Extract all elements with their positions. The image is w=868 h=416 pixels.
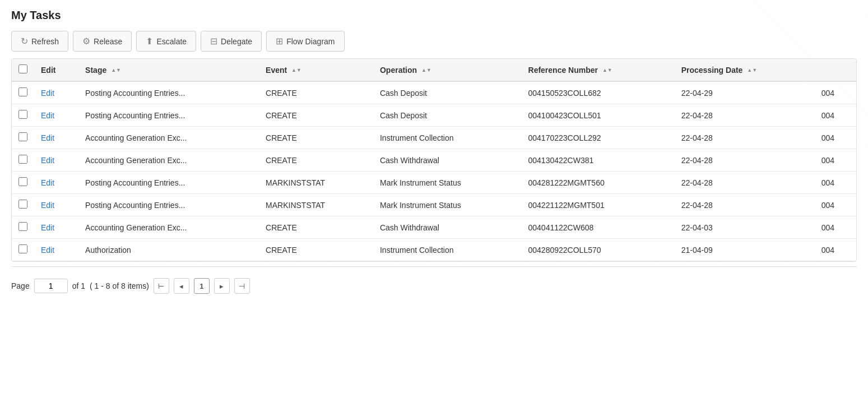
delegate-button[interactable]: ⊟ Delegate [201, 31, 262, 52]
escalate-label: Escalate [156, 37, 187, 46]
edit-link-5[interactable]: Edit [41, 201, 54, 210]
escalate-button[interactable]: ⬆ Escalate [136, 31, 196, 52]
row-checkbox-5[interactable] [18, 200, 27, 209]
escalate-icon: ⬆ [146, 36, 153, 47]
edit-link-3[interactable]: Edit [41, 156, 54, 165]
next-page-button[interactable]: ▸ [214, 278, 230, 294]
row-checkbox-0[interactable] [18, 87, 27, 96]
table-row: EditPosting Accounting Entries...MARKINS… [12, 172, 856, 194]
row-stage: Posting Accounting Entries... [78, 104, 259, 127]
row-checkbox-cell [12, 127, 34, 149]
row-event: CREATE [259, 104, 373, 127]
delegate-icon: ⊟ [210, 36, 217, 47]
row-checkbox-cell [12, 149, 34, 172]
select-all-checkbox[interactable] [18, 64, 27, 73]
col-header-event[interactable]: Event ▲▼ [259, 59, 373, 81]
row-processing-date: 22-04-28 [675, 172, 815, 194]
release-label: Release [94, 37, 122, 46]
edit-link-1[interactable]: Edit [41, 111, 54, 120]
refresh-icon: ↻ [21, 36, 28, 47]
row-reference-number: 004281222MGMT560 [522, 172, 675, 194]
col-header-operation[interactable]: Operation ▲▼ [373, 59, 522, 81]
operation-sort-icon: ▲▼ [421, 68, 431, 73]
table-row: EditAccounting Generation Exc...CREATEIn… [12, 127, 856, 149]
col-header-stage[interactable]: Stage ▲▼ [78, 59, 259, 81]
row-reference-number: 004150523COLL682 [522, 81, 675, 104]
date-sort-icon: ▲▼ [747, 68, 757, 73]
row-edit-cell: Edit [34, 81, 78, 104]
row-edit-cell: Edit [34, 216, 78, 239]
row-processing-date: 22-04-28 [675, 194, 815, 216]
row-reference-number: 004280922COLL570 [522, 239, 675, 261]
tasks-table: Edit Stage ▲▼ Event ▲▼ Operation ▲▼ [12, 59, 856, 261]
edit-link-4[interactable]: Edit [41, 178, 54, 187]
release-button[interactable]: ⚙ Release [73, 31, 132, 52]
col-header-edit: Edit [34, 59, 78, 81]
edit-link-0[interactable]: Edit [41, 89, 54, 98]
release-icon: ⚙ [82, 36, 90, 47]
table-header-row: Edit Stage ▲▼ Event ▲▼ Operation ▲▼ [12, 59, 856, 81]
row-edit-cell: Edit [34, 239, 78, 261]
row-extra: 004 [815, 194, 856, 216]
row-checkbox-cell [12, 104, 34, 127]
prev-page-button[interactable]: ◂ [174, 278, 189, 294]
row-event: CREATE [259, 239, 373, 261]
row-processing-date: 22-04-03 [675, 216, 815, 239]
first-page-button[interactable]: ⊢ [154, 278, 169, 294]
row-checkbox-6[interactable] [18, 222, 27, 231]
edit-link-7[interactable]: Edit [41, 246, 54, 255]
row-extra: 004 [815, 149, 856, 172]
table-row: EditPosting Accounting Entries...CREATEC… [12, 104, 856, 127]
row-reference-number: 004041122CW608 [522, 216, 675, 239]
edit-link-2[interactable]: Edit [41, 133, 54, 142]
row-processing-date: 22-04-28 [675, 149, 815, 172]
row-checkbox-7[interactable] [18, 244, 27, 253]
row-reference-number: 004221122MGMT501 [522, 194, 675, 216]
flow-diagram-icon: ⊞ [276, 36, 283, 47]
table-row: EditPosting Accounting Entries...CREATEC… [12, 81, 856, 104]
pagination-divider [11, 266, 857, 267]
table-row: EditAccounting Generation Exc...CREATECa… [12, 216, 856, 239]
row-stage: Accounting Generation Exc... [78, 127, 259, 149]
event-sort-icon: ▲▼ [291, 68, 301, 73]
row-stage: Posting Accounting Entries... [78, 81, 259, 104]
page-label: Page [11, 281, 30, 290]
row-operation: Cash Withdrawal [373, 216, 522, 239]
tasks-table-container: Edit Stage ▲▼ Event ▲▼ Operation ▲▼ [11, 58, 857, 262]
row-operation: Cash Deposit [373, 81, 522, 104]
refresh-label: Refresh [31, 37, 59, 46]
table-row: EditAccounting Generation Exc...CREATECa… [12, 149, 856, 172]
col-header-reference-number[interactable]: Reference Number ▲▼ [522, 59, 675, 81]
row-extra: 004 [815, 81, 856, 104]
current-page-button[interactable]: 1 [194, 278, 210, 294]
row-extra: 004 [815, 127, 856, 149]
pagination-bar: Page of 1 ( 1 - 8 of 8 items) ⊢ ◂ 1 ▸ ⊣ [11, 271, 857, 296]
last-page-button[interactable]: ⊣ [234, 278, 250, 294]
flow-diagram-button[interactable]: ⊞ Flow Diagram [266, 31, 344, 52]
edit-link-6[interactable]: Edit [41, 223, 54, 232]
stage-sort-icon: ▲▼ [111, 68, 121, 73]
row-checkbox-3[interactable] [18, 155, 27, 164]
row-stage: Authorization [78, 239, 259, 261]
row-checkbox-1[interactable] [18, 110, 27, 119]
row-stage: Accounting Generation Exc... [78, 216, 259, 239]
row-event: CREATE [259, 81, 373, 104]
row-extra: 004 [815, 216, 856, 239]
row-checkbox-2[interactable] [18, 132, 27, 141]
main-container: My Tasks ↻ Refresh ⚙ Release ⬆ Escalate … [0, 0, 868, 305]
row-checkbox-cell [12, 216, 34, 239]
col-header-processing-date[interactable]: Processing Date ▲▼ [675, 59, 815, 81]
row-edit-cell: Edit [34, 127, 78, 149]
row-event: MARKINSTSTAT [259, 172, 373, 194]
row-processing-date: 22-04-28 [675, 127, 815, 149]
reference-sort-icon: ▲▼ [602, 68, 612, 73]
row-processing-date: 22-04-28 [675, 104, 815, 127]
table-row: EditPosting Accounting Entries...MARKINS… [12, 194, 856, 216]
row-checkbox-4[interactable] [18, 177, 27, 186]
refresh-button[interactable]: ↻ Refresh [11, 31, 68, 52]
row-event: CREATE [259, 149, 373, 172]
row-operation: Instrument Collection [373, 127, 522, 149]
page-input[interactable] [34, 279, 68, 293]
toolbar: ↻ Refresh ⚙ Release ⬆ Escalate ⊟ Delegat… [11, 31, 857, 52]
row-event: CREATE [259, 127, 373, 149]
